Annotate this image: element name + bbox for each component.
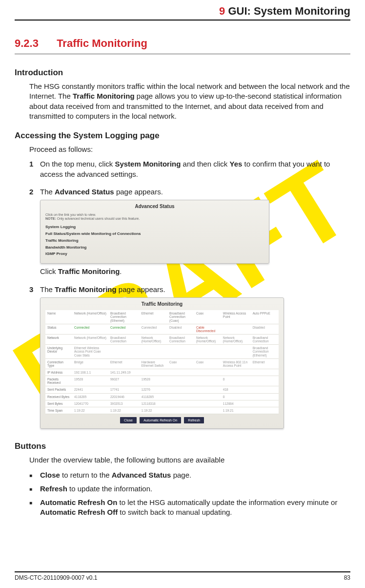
ss1-link[interactable]: Bandwidth Monitoring <box>45 245 264 251</box>
buttons-lead: Under the overview table, the following … <box>29 455 350 465</box>
step-2: 2 The Advanced Status page appears. Adva… <box>29 187 350 280</box>
table-row: StatusConnectedConnectedConnectedDisable… <box>45 324 279 334</box>
ss2-button-row: Close Automatic Refresh On Refresh <box>45 417 279 423</box>
table-row: Time Span1:19:221:19:221:19:221:19:21 <box>45 407 279 414</box>
step-1: 1 On the top menu, click System Monitori… <box>29 159 350 182</box>
ss1-link[interactable]: IGMP Proxy <box>45 252 264 257</box>
doc-id: DMS-CTC-20110909-0007 v0.1 <box>15 574 97 581</box>
traffic-monitoring-screenshot: Traffic Monitoring Name Network (Home/Of… <box>40 297 284 429</box>
advanced-status-screenshot: Advanced Status Click on the link you wi… <box>40 200 269 264</box>
table-header-row: Name Network (Home/Office) Broadband Con… <box>45 310 279 324</box>
section-title: Traffic Monitoring <box>57 37 147 49</box>
ss2-close-button[interactable]: Close <box>120 417 137 423</box>
accessing-heading: Accessing the System Logging page <box>15 131 350 141</box>
step-3: 3 The Traffic Monitoring page appears. T… <box>29 285 350 432</box>
table-row: Packets Received1952896027195280 <box>45 376 279 386</box>
bullet-refresh: ■ Refresh to update the information. <box>29 484 350 494</box>
table-row: Received Bytes41182852201944641182850 <box>45 393 279 400</box>
table-row: NetworkNetwork (Home/Office)Broadband Co… <box>45 334 279 344</box>
ss2-title: Traffic Monitoring <box>45 301 279 308</box>
bullet-auto-refresh: ■ Automatic Refresh On to let the HSG au… <box>29 498 350 518</box>
ss2-refresh-button[interactable]: Refresh <box>184 417 204 423</box>
bullet-close: ■ Close to return to the Advanced Status… <box>29 470 350 480</box>
intro-heading: Introduction <box>15 68 350 78</box>
ss1-link[interactable]: Full Status/System wide Monitoring of Co… <box>45 231 264 237</box>
table-row: Sent Packets224411774112276418 <box>45 386 279 393</box>
chapter-number: 9 <box>219 5 225 17</box>
intro-body: The HSG constantly monitors traffic with… <box>29 82 350 121</box>
ss2-auto-refresh-button[interactable]: Automatic Refresh On <box>140 417 181 423</box>
ss2-table: Name Network (Home/Office) Broadband Con… <box>45 310 279 414</box>
buttons-heading: Buttons <box>15 441 350 451</box>
ss1-link[interactable]: Traffic Monitoring <box>45 238 264 244</box>
chapter-title-text: GUI: System Monitoring <box>228 5 350 17</box>
ss1-links: System Logging Full Status/System wide M… <box>45 225 264 257</box>
chapter-header: 9 GUI: System Monitoring <box>15 0 350 21</box>
page-number: 83 <box>344 574 350 581</box>
table-row: IP Address192.168.1.1141.11.249.19 <box>45 369 279 376</box>
table-row: Underlying DeviceEthernet Wireless Acces… <box>45 345 279 358</box>
section-heading: 9.2.3 Traffic Monitoring <box>15 37 350 54</box>
ss1-link[interactable]: System Logging <box>45 225 264 230</box>
bullet-icon: ■ <box>29 484 40 494</box>
page-footer: DMS-CTC-20110909-0007 v0.1 83 <box>15 571 350 581</box>
section-number: 9.2.3 <box>15 37 54 50</box>
ss1-title: Advanced Status <box>45 203 264 210</box>
table-row: Sent Bytes12041770393351312118318112884 <box>45 400 279 407</box>
table-row: Connection TypeBridgeEthernetHardware Et… <box>45 358 279 369</box>
bullet-icon: ■ <box>29 498 40 518</box>
accessing-lead: Proceed as follows: <box>29 145 350 154</box>
bullet-icon: ■ <box>29 470 40 480</box>
